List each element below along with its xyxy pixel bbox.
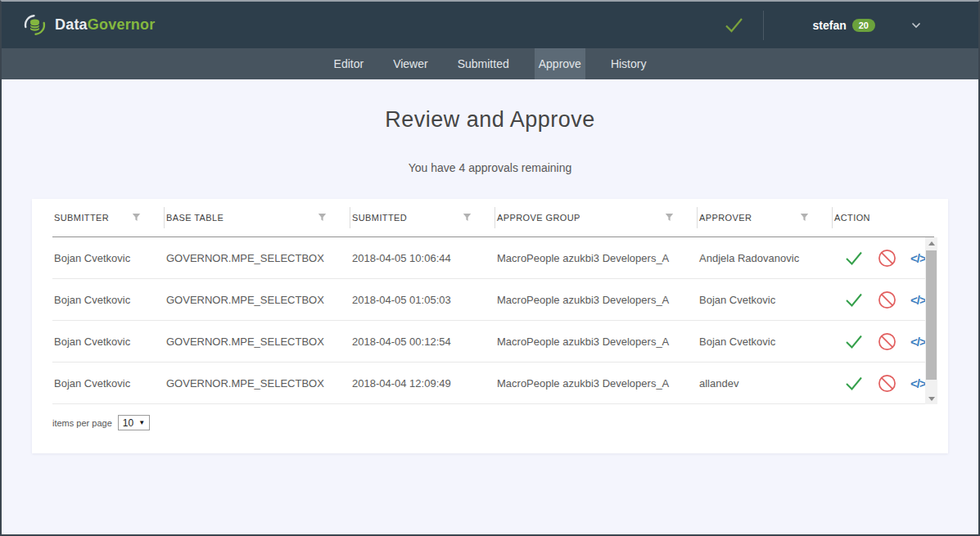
check-icon[interactable] [723, 16, 745, 34]
filter-icon[interactable] [132, 213, 141, 223]
code-icon: </> [910, 335, 925, 349]
cell-approver: Andjela Radovanovic [698, 252, 833, 264]
top-bar: DataGovernor stefan 20 [2, 2, 978, 48]
column-header-submitter[interactable]: SUBMITTER [52, 207, 165, 228]
top-bar-right: stefan 20 [723, 11, 957, 40]
nav-tabs: EditorViewerSubmittedApproveHistory [2, 48, 978, 79]
view-code-button[interactable]: </> [910, 251, 925, 265]
approve-check-icon [844, 250, 864, 266]
cell-submitter: Bojan Cvetkovic [52, 336, 165, 348]
column-header-base-table[interactable]: BASE TABLE [165, 207, 350, 228]
column-header-label: APPROVER [699, 213, 752, 223]
scroll-up-button[interactable] [925, 237, 937, 249]
scroll-down-icon [928, 397, 935, 401]
approve-button[interactable] [844, 292, 864, 308]
user-menu[interactable]: stefan 20 [813, 19, 875, 32]
column-header-action[interactable]: ACTION [833, 207, 934, 228]
filter-icon[interactable] [318, 213, 327, 223]
cell-submitted: 2018-04-04 12:09:49 [350, 377, 495, 390]
scrollbar-thumb[interactable] [926, 250, 937, 380]
approve-button[interactable] [844, 250, 864, 266]
tab-history[interactable]: History [607, 48, 651, 79]
reject-prohibition-icon [878, 291, 896, 309]
chevron-down-icon[interactable] [911, 22, 921, 29]
reject-prohibition-icon [878, 332, 896, 351]
approvals-card: SUBMITTER BASE TABLE SUBMITTED APPROVE G… [32, 199, 948, 453]
code-icon: </> [910, 376, 925, 390]
reject-button[interactable] [878, 332, 896, 351]
approve-check-icon [844, 292, 864, 308]
reject-button[interactable] [878, 249, 896, 268]
items-per-page-value: 10 [123, 417, 133, 429]
scroll-down-button[interactable] [925, 393, 937, 404]
column-header-approver[interactable]: APPROVER [698, 207, 833, 228]
code-icon: </> [910, 293, 925, 307]
reject-button[interactable] [878, 374, 896, 393]
approve-button[interactable] [844, 334, 864, 349]
approval-row: Bojan Cvetkovic GOVERNOR.MPE_SELECTBOX 2… [52, 279, 925, 321]
items-per-page-select[interactable]: 10 ▼ [118, 415, 150, 430]
cell-base-table: GOVERNOR.MPE_SELECTBOX [165, 377, 350, 390]
items-per-page-label: items per page [52, 418, 112, 428]
table-scrollbar[interactable] [925, 237, 937, 404]
cell-actions: </> [833, 249, 925, 268]
filter-icon[interactable] [800, 213, 809, 223]
cell-approve-group: MacroPeople azukbi3 Developers_A [495, 252, 698, 264]
cell-submitted: 2018-04-05 00:12:54 [350, 336, 495, 348]
cell-approver: Bojan Cvetkovic [698, 336, 833, 348]
cell-actions: </> [833, 332, 925, 351]
tab-editor[interactable]: Editor [330, 48, 368, 79]
approve-check-icon [844, 376, 864, 391]
tab-submitted[interactable]: Submitted [454, 48, 513, 79]
column-header-approve-group[interactable]: APPROVE GROUP [495, 207, 698, 228]
brand-name: DataGovernor [55, 16, 155, 34]
column-header-label: SUBMITTED [352, 213, 407, 223]
tab-approve[interactable]: Approve [535, 48, 585, 79]
column-header-label: SUBMITTER [54, 213, 109, 223]
cell-actions: </> [833, 291, 925, 309]
approval-row: Bojan Cvetkovic GOVERNOR.MPE_SELECTBOX 2… [52, 237, 925, 279]
column-header-submitted[interactable]: SUBMITTED [350, 207, 495, 228]
column-header-label: BASE TABLE [166, 213, 224, 223]
cell-base-table: GOVERNOR.MPE_SELECTBOX [165, 252, 350, 264]
cell-approver: allandev [698, 377, 833, 390]
column-header-label: APPROVE GROUP [497, 213, 580, 223]
approval-row: Bojan Cvetkovic GOVERNOR.MPE_SELECTBOX 2… [52, 363, 925, 404]
cell-submitted: 2018-04-05 01:05:03 [350, 294, 495, 306]
select-caret-icon: ▼ [138, 419, 145, 426]
page-subtitle: You have 4 approvals remaining [2, 161, 978, 174]
view-code-button[interactable]: </> [910, 335, 925, 349]
cell-submitter: Bojan Cvetkovic [52, 294, 165, 306]
cell-approver: Bojan Cvetkovic [698, 294, 833, 306]
scroll-up-icon [928, 241, 935, 245]
approve-check-icon [844, 334, 864, 349]
cell-base-table: GOVERNOR.MPE_SELECTBOX [165, 294, 350, 306]
reject-prohibition-icon [878, 374, 896, 393]
app-window: DataGovernor stefan 20 EditorViewerSubmi… [0, 0, 980, 536]
header-divider [763, 11, 764, 40]
reject-button[interactable] [878, 291, 896, 309]
view-code-button[interactable]: </> [910, 376, 925, 390]
reject-prohibition-icon [878, 249, 896, 268]
username: stefan [813, 19, 847, 32]
cell-base-table: GOVERNOR.MPE_SELECTBOX [165, 336, 350, 348]
cell-submitter: Bojan Cvetkovic [52, 252, 165, 264]
tab-viewer[interactable]: Viewer [389, 48, 432, 79]
approve-button[interactable] [844, 376, 864, 391]
table-body: Bojan Cvetkovic GOVERNOR.MPE_SELECTBOX 2… [52, 237, 925, 404]
column-header-label: ACTION [834, 213, 870, 223]
view-code-button[interactable]: </> [910, 293, 925, 307]
cell-submitted: 2018-04-05 10:06:44 [350, 252, 495, 264]
filter-icon[interactable] [463, 213, 472, 223]
code-icon: </> [910, 251, 925, 265]
filter-icon[interactable] [665, 213, 674, 223]
cell-approve-group: MacroPeople azukbi3 Developers_A [495, 336, 698, 348]
page-title: Review and Approve [2, 107, 978, 132]
cell-approve-group: MacroPeople azukbi3 Developers_A [495, 294, 698, 306]
cell-approve-group: MacroPeople azukbi3 Developers_A [495, 377, 698, 390]
table-header-row: SUBMITTER BASE TABLE SUBMITTED APPROVE G… [52, 199, 934, 237]
cell-actions: </> [833, 374, 925, 393]
database-logo-icon [23, 13, 47, 37]
brand-logo[interactable]: DataGovernor [23, 13, 155, 37]
pagination-bar: items per page 10 ▼ [52, 415, 934, 430]
